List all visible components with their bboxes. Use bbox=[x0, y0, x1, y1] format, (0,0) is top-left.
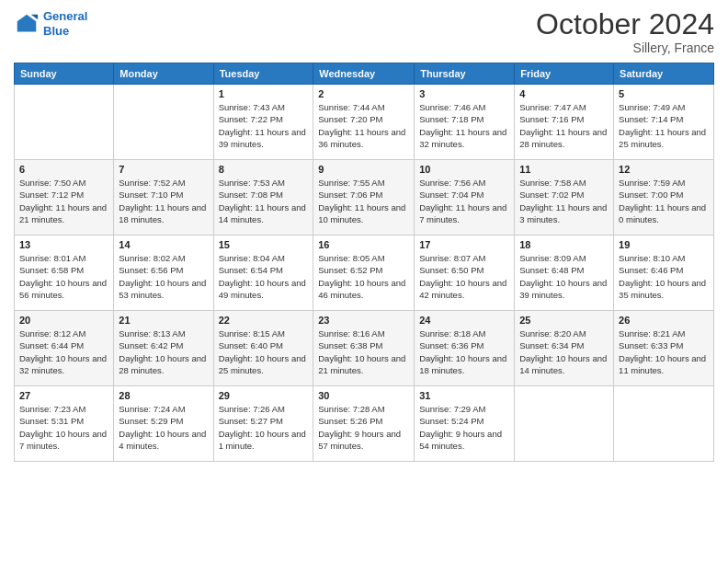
calendar-cell: 28Sunrise: 7:24 AM Sunset: 5:29 PM Dayli… bbox=[114, 386, 213, 462]
calendar-cell bbox=[515, 386, 614, 462]
day-info: Sunrise: 8:05 AM Sunset: 6:52 PM Dayligh… bbox=[318, 252, 409, 301]
col-sunday: Sunday bbox=[15, 63, 114, 85]
day-info: Sunrise: 7:43 AM Sunset: 7:22 PM Dayligh… bbox=[219, 101, 309, 150]
day-number: 25 bbox=[519, 315, 609, 326]
title-block: October 2024 Sillery, France bbox=[536, 9, 714, 55]
day-info: Sunrise: 7:44 AM Sunset: 7:20 PM Dayligh… bbox=[318, 101, 409, 150]
day-number: 9 bbox=[318, 164, 409, 175]
calendar-cell: 10Sunrise: 7:56 AM Sunset: 7:04 PM Dayli… bbox=[415, 160, 515, 236]
day-number: 23 bbox=[318, 315, 409, 326]
day-info: Sunrise: 7:56 AM Sunset: 7:04 PM Dayligh… bbox=[419, 177, 509, 225]
day-info: Sunrise: 7:52 AM Sunset: 7:10 PM Dayligh… bbox=[119, 177, 208, 225]
calendar-cell bbox=[114, 85, 213, 160]
day-number: 17 bbox=[419, 239, 509, 250]
day-info: Sunrise: 7:49 AM Sunset: 7:14 PM Dayligh… bbox=[619, 101, 709, 150]
day-info: Sunrise: 8:04 AM Sunset: 6:54 PM Dayligh… bbox=[219, 252, 309, 301]
day-info: Sunrise: 8:07 AM Sunset: 6:50 PM Dayligh… bbox=[419, 252, 509, 301]
day-info: Sunrise: 7:58 AM Sunset: 7:02 PM Dayligh… bbox=[519, 177, 609, 225]
calendar-week-2: 13Sunrise: 8:01 AM Sunset: 6:58 PM Dayli… bbox=[15, 236, 714, 311]
day-number: 8 bbox=[219, 164, 309, 175]
calendar-cell: 31Sunrise: 7:29 AM Sunset: 5:24 PM Dayli… bbox=[415, 386, 515, 462]
calendar-cell: 17Sunrise: 8:07 AM Sunset: 6:50 PM Dayli… bbox=[415, 236, 515, 311]
logo-line2: Blue bbox=[43, 24, 69, 38]
calendar-cell: 30Sunrise: 7:28 AM Sunset: 5:26 PM Dayli… bbox=[313, 386, 415, 462]
calendar-cell: 20Sunrise: 8:12 AM Sunset: 6:44 PM Dayli… bbox=[15, 311, 114, 386]
calendar-cell: 12Sunrise: 7:59 AM Sunset: 7:00 PM Dayli… bbox=[614, 160, 714, 236]
calendar-cell: 21Sunrise: 8:13 AM Sunset: 6:42 PM Dayli… bbox=[114, 311, 213, 386]
day-info: Sunrise: 8:13 AM Sunset: 6:42 PM Dayligh… bbox=[119, 327, 208, 376]
day-number: 19 bbox=[619, 239, 709, 250]
day-info: Sunrise: 7:26 AM Sunset: 5:27 PM Dayligh… bbox=[219, 403, 309, 452]
calendar-cell: 11Sunrise: 7:58 AM Sunset: 7:02 PM Dayli… bbox=[515, 160, 614, 236]
day-info: Sunrise: 8:02 AM Sunset: 6:56 PM Dayligh… bbox=[119, 252, 208, 301]
header-row: Sunday Monday Tuesday Wednesday Thursday… bbox=[15, 63, 714, 85]
calendar-cell: 24Sunrise: 8:18 AM Sunset: 6:36 PM Dayli… bbox=[415, 311, 515, 386]
calendar-week-4: 27Sunrise: 7:23 AM Sunset: 5:31 PM Dayli… bbox=[15, 386, 714, 462]
col-friday: Friday bbox=[515, 63, 614, 85]
day-number: 10 bbox=[419, 164, 509, 175]
col-tuesday: Tuesday bbox=[213, 63, 313, 85]
col-monday: Monday bbox=[114, 63, 213, 85]
day-info: Sunrise: 7:50 AM Sunset: 7:12 PM Dayligh… bbox=[19, 177, 108, 225]
day-number: 22 bbox=[219, 315, 309, 326]
day-number: 31 bbox=[419, 390, 509, 401]
day-number: 29 bbox=[219, 390, 309, 401]
day-number: 16 bbox=[318, 239, 409, 250]
col-thursday: Thursday bbox=[415, 63, 515, 85]
calendar-cell: 18Sunrise: 8:09 AM Sunset: 6:48 PM Dayli… bbox=[515, 236, 614, 311]
day-number: 1 bbox=[219, 88, 309, 99]
calendar: Sunday Monday Tuesday Wednesday Thursday… bbox=[14, 63, 714, 462]
calendar-week-1: 6Sunrise: 7:50 AM Sunset: 7:12 PM Daylig… bbox=[15, 160, 714, 236]
calendar-cell: 25Sunrise: 8:20 AM Sunset: 6:34 PM Dayli… bbox=[515, 311, 614, 386]
calendar-cell: 27Sunrise: 7:23 AM Sunset: 5:31 PM Dayli… bbox=[15, 386, 114, 462]
calendar-cell: 29Sunrise: 7:26 AM Sunset: 5:27 PM Dayli… bbox=[213, 386, 313, 462]
day-info: Sunrise: 8:10 AM Sunset: 6:46 PM Dayligh… bbox=[619, 252, 709, 301]
calendar-cell: 4Sunrise: 7:47 AM Sunset: 7:16 PM Daylig… bbox=[515, 85, 614, 160]
calendar-week-0: 1Sunrise: 7:43 AM Sunset: 7:22 PM Daylig… bbox=[15, 85, 714, 160]
calendar-cell: 15Sunrise: 8:04 AM Sunset: 6:54 PM Dayli… bbox=[213, 236, 313, 311]
day-number: 27 bbox=[19, 390, 108, 401]
day-number: 3 bbox=[419, 88, 509, 99]
calendar-cell: 5Sunrise: 7:49 AM Sunset: 7:14 PM Daylig… bbox=[614, 85, 714, 160]
day-info: Sunrise: 8:09 AM Sunset: 6:48 PM Dayligh… bbox=[519, 252, 609, 301]
day-number: 14 bbox=[119, 239, 208, 250]
location: Sillery, France bbox=[536, 40, 714, 55]
day-info: Sunrise: 7:59 AM Sunset: 7:00 PM Dayligh… bbox=[619, 177, 709, 225]
day-info: Sunrise: 7:24 AM Sunset: 5:29 PM Dayligh… bbox=[119, 403, 208, 452]
day-number: 20 bbox=[19, 315, 108, 326]
page: General Blue October 2024 Sillery, Franc… bbox=[0, 0, 728, 563]
logo: General Blue bbox=[14, 9, 87, 38]
day-number: 24 bbox=[419, 315, 509, 326]
day-info: Sunrise: 7:55 AM Sunset: 7:06 PM Dayligh… bbox=[318, 177, 409, 225]
day-info: Sunrise: 8:16 AM Sunset: 6:38 PM Dayligh… bbox=[318, 327, 409, 376]
day-info: Sunrise: 7:23 AM Sunset: 5:31 PM Dayligh… bbox=[19, 403, 108, 452]
calendar-cell: 22Sunrise: 8:15 AM Sunset: 6:40 PM Dayli… bbox=[213, 311, 313, 386]
day-number: 2 bbox=[318, 88, 409, 99]
calendar-cell: 26Sunrise: 8:21 AM Sunset: 6:33 PM Dayli… bbox=[614, 311, 714, 386]
month-title: October 2024 bbox=[536, 9, 714, 39]
calendar-cell: 6Sunrise: 7:50 AM Sunset: 7:12 PM Daylig… bbox=[15, 160, 114, 236]
day-number: 12 bbox=[619, 164, 709, 175]
day-info: Sunrise: 8:12 AM Sunset: 6:44 PM Dayligh… bbox=[19, 327, 108, 376]
calendar-cell: 19Sunrise: 8:10 AM Sunset: 6:46 PM Dayli… bbox=[614, 236, 714, 311]
day-info: Sunrise: 8:18 AM Sunset: 6:36 PM Dayligh… bbox=[419, 327, 509, 376]
day-number: 11 bbox=[519, 164, 609, 175]
header: General Blue October 2024 Sillery, Franc… bbox=[14, 9, 714, 55]
day-number: 30 bbox=[318, 390, 409, 401]
day-info: Sunrise: 7:47 AM Sunset: 7:16 PM Dayligh… bbox=[519, 101, 609, 150]
calendar-cell: 13Sunrise: 8:01 AM Sunset: 6:58 PM Dayli… bbox=[15, 236, 114, 311]
day-number: 15 bbox=[219, 239, 309, 250]
calendar-cell: 9Sunrise: 7:55 AM Sunset: 7:06 PM Daylig… bbox=[313, 160, 415, 236]
day-number: 28 bbox=[119, 390, 208, 401]
day-number: 13 bbox=[19, 239, 108, 250]
col-saturday: Saturday bbox=[614, 63, 714, 85]
day-number: 21 bbox=[119, 315, 208, 326]
day-info: Sunrise: 8:21 AM Sunset: 6:33 PM Dayligh… bbox=[619, 327, 709, 376]
day-info: Sunrise: 7:28 AM Sunset: 5:26 PM Dayligh… bbox=[318, 403, 409, 452]
calendar-cell: 1Sunrise: 7:43 AM Sunset: 7:22 PM Daylig… bbox=[213, 85, 313, 160]
calendar-cell: 2Sunrise: 7:44 AM Sunset: 7:20 PM Daylig… bbox=[313, 85, 415, 160]
calendar-week-3: 20Sunrise: 8:12 AM Sunset: 6:44 PM Dayli… bbox=[15, 311, 714, 386]
day-number: 5 bbox=[619, 88, 709, 99]
logo-line1: General bbox=[43, 9, 87, 23]
day-number: 7 bbox=[119, 164, 208, 175]
